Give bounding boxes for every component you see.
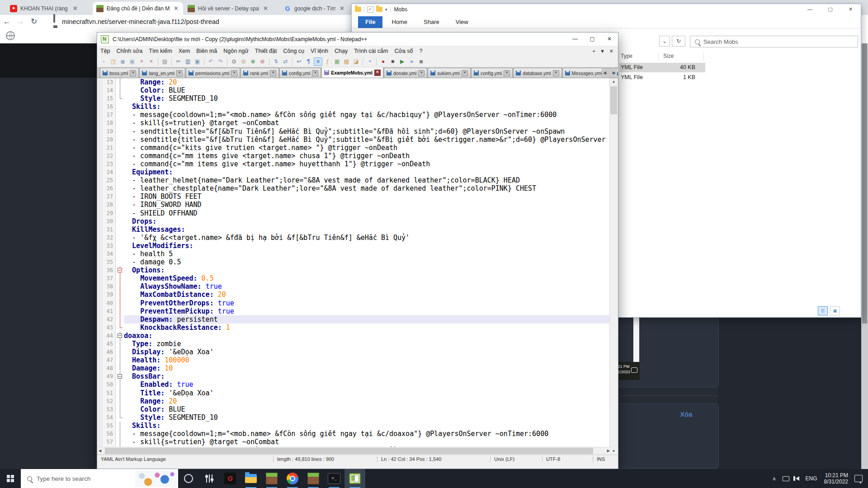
code-line-41[interactable]: 41 PreventItemPickup: true [98, 307, 611, 315]
new-file-icon[interactable]: ▫ [99, 57, 108, 66]
taskbar-app-chrome[interactable] [282, 469, 303, 488]
browser-tab-4[interactable]: Ggoogle dịch - Tìm trên✕ [280, 2, 349, 15]
file-tab-rank.yml[interactable]: rank.yml✕ [241, 68, 279, 78]
volume-icon[interactable] [793, 476, 802, 481]
taskbar-app-notepad-plus-plus[interactable] [344, 469, 365, 488]
horizontal-scrollbar-thumb[interactable] [105, 448, 593, 454]
file-tab-close-icon[interactable]: ✕ [374, 70, 381, 76]
code-line-40[interactable]: 40 PreventOtherDrops: true [98, 299, 611, 307]
code-line-16[interactable]: 16 Skills: [98, 103, 611, 111]
taskbar-app-task-view[interactable] [199, 469, 220, 488]
file-tab-ExampleMobs.yml[interactable]: ExampleMobs.yml✕ [321, 67, 383, 78]
menu-item-13[interactable]: ? [416, 48, 425, 54]
code-line-32[interactable]: 32 - '&fχ &c<target.name> &fđã bị hạ bởi… [98, 234, 611, 242]
open-file-icon[interactable]: ◳ [109, 57, 118, 66]
browser-tab-close-icon[interactable]: ✕ [173, 5, 179, 12]
tab-close-icon[interactable]: ✕ [609, 48, 613, 54]
fold-collapse-icon[interactable] [118, 333, 122, 338]
save-file-icon[interactable]: ◼ [118, 57, 127, 66]
menu-item-3[interactable]: Tìm kiếm [146, 48, 175, 54]
editor-vertical-scrollbar[interactable]: ▲ ▼ [609, 78, 618, 455]
find-icon[interactable]: ⊙ [230, 57, 238, 66]
browser-tab-1[interactable]: KHOAN THAI (ràng buộc c✕ [6, 2, 82, 15]
explorer-minimize-button[interactable]: — [800, 4, 820, 14]
details-view-button[interactable]: ☰ [818, 306, 828, 315]
notepad-close-button[interactable]: ✕ [601, 33, 618, 46]
ribbon-tab-file[interactable]: File [358, 16, 382, 28]
thumbnail-view-button[interactable]: ▣ [830, 306, 840, 315]
code-line-20[interactable]: 20 - sendtitle{title="&f[&bTru Tiên&f] &… [98, 136, 611, 144]
menu-item-5[interactable]: Biên mã [193, 48, 220, 54]
fold-collapse-icon[interactable] [118, 268, 122, 272]
macro-save-icon[interactable]: ◙ [417, 57, 425, 66]
code-line-55[interactable]: 55 Skills: [98, 422, 611, 430]
file-tab-donate.yml[interactable]: donate.yml✕ [384, 68, 427, 78]
replace-icon[interactable]: ⊙ [239, 57, 248, 66]
taskbar-app-file-explorer[interactable] [241, 469, 261, 488]
browser-tab-3[interactable]: Hỏi về server - Delay spaw✕ [184, 2, 273, 15]
taskbar-search-box[interactable]: Type here to search [21, 469, 178, 488]
code-line-47[interactable]: 47 Health: 100000 [98, 356, 611, 364]
code-line-17[interactable]: 17 - message{cooldown=1;m="<mob.name> &f… [98, 111, 611, 119]
language-indicator[interactable]: ENG [802, 475, 821, 482]
document-map-icon[interactable]: ▦ [333, 57, 341, 66]
file-tab-boss.yml[interactable]: boss.yml✕ [100, 68, 139, 78]
document-list-icon[interactable]: ▤ [342, 57, 351, 66]
sync-vertical-icon[interactable]: ⇅ [272, 57, 280, 66]
code-line-51[interactable]: 51 Title: '&eDọa Xoa' [98, 389, 611, 397]
browser-tab-close-icon[interactable]: ✕ [262, 5, 269, 12]
menu-item-12[interactable]: Cửa sổ [391, 48, 416, 54]
menu-item-4[interactable]: Xem [175, 48, 193, 54]
code-line-37[interactable]: 37 MovementSpeed: 0.5 [98, 274, 611, 282]
code-line-22[interactable]: 22 - command{c="mm items give <target.na… [98, 152, 611, 160]
address-bar[interactable]: minecraftvn.net/server-minecraft-java.f1… [62, 18, 219, 25]
taskbar-app-minecraft-1[interactable] [261, 469, 282, 488]
ribbon-tab-home[interactable]: Home [384, 16, 415, 28]
code-line-28[interactable]: 28 - IRON_SWORD HAND [98, 201, 611, 209]
code-line-45[interactable]: 45 Type: zombie [98, 340, 611, 348]
macro-record-icon[interactable]: ● [379, 57, 387, 66]
code-line-38[interactable]: 38 AlwaysShowName: true [98, 282, 611, 291]
file-tab-lang_en.yml[interactable]: lang_en.yml✕ [139, 68, 185, 78]
menu-item-9[interactable]: Vĩ lệnh [307, 48, 331, 54]
file-tab-config.yml[interactable]: config.yml✕ [279, 68, 321, 78]
browser-scrollbar[interactable] [861, 43, 868, 469]
file-tab-permissions.yml[interactable]: permissions.yml✕ [186, 68, 240, 78]
vertical-scrollbar-thumb[interactable] [610, 86, 617, 114]
code-line-36[interactable]: 36 Options: [98, 266, 611, 274]
tab-list-icon[interactable]: ▼ [600, 48, 605, 54]
code-line-53[interactable]: 53 Color: BLUE [98, 405, 611, 413]
back-icon[interactable]: ← [0, 17, 14, 26]
code-line-52[interactable]: 52 Range: 20 [98, 397, 611, 405]
taskbar-app-minecraft-2[interactable] [303, 469, 324, 488]
file-tab-config.yml[interactable]: config.yml✕ [471, 68, 513, 78]
menu-item-11[interactable]: Trình cài cắm [351, 48, 391, 54]
code-line-25[interactable]: 25 - leather_helmet{name="Dark Leather";… [98, 176, 611, 184]
print-icon[interactable]: ▤ [160, 57, 169, 66]
code-line-26[interactable]: 26 - leather_chestplate{name="Dark Leath… [98, 184, 611, 192]
file-tab-close-icon[interactable]: ✕ [176, 70, 183, 76]
forward-icon[interactable]: → [14, 17, 27, 26]
monitoring-icon[interactable]: ◔ [365, 57, 374, 66]
reload-icon[interactable]: ↻ [27, 17, 41, 26]
explorer-search-box[interactable]: Search Mobs [690, 36, 858, 47]
menu-item-1[interactable]: Tệp [97, 48, 113, 54]
code-line-24[interactable]: 24 Equipment: [98, 168, 611, 176]
macro-play-icon[interactable]: ▶ [398, 57, 406, 66]
code-line-21[interactable]: 21 - command{c="kits give trutien <targe… [98, 144, 611, 152]
taskbar-clock[interactable]: 10:21 PM 8/31/2022 [821, 472, 852, 485]
zoom-out-icon[interactable]: ⊖ [258, 57, 267, 66]
code-line-14[interactable]: 14 Color: BLUE [98, 86, 611, 94]
start-button[interactable] [0, 469, 21, 488]
ribbon-tab-view[interactable]: View [448, 16, 476, 28]
tab-scroll-arrows[interactable]: ◀ ▶ [602, 68, 617, 77]
address-dropdown-icon[interactable]: ⌄ [659, 36, 670, 47]
menu-item-2[interactable]: Chỉnh sửa [113, 48, 146, 54]
code-line-43[interactable]: 43 KnockbackResistance: 1 [98, 324, 611, 332]
code-line-15[interactable]: 15 Style: SEGMENTED_10 [98, 94, 611, 103]
new-folder-icon[interactable] [376, 7, 382, 12]
taskbar-app-cortana[interactable] [178, 469, 199, 488]
file-tab-close-icon[interactable]: ✕ [504, 70, 510, 76]
taskbar-app-console[interactable]: >_ [324, 469, 344, 488]
cut-icon[interactable]: ✂ [174, 57, 183, 66]
